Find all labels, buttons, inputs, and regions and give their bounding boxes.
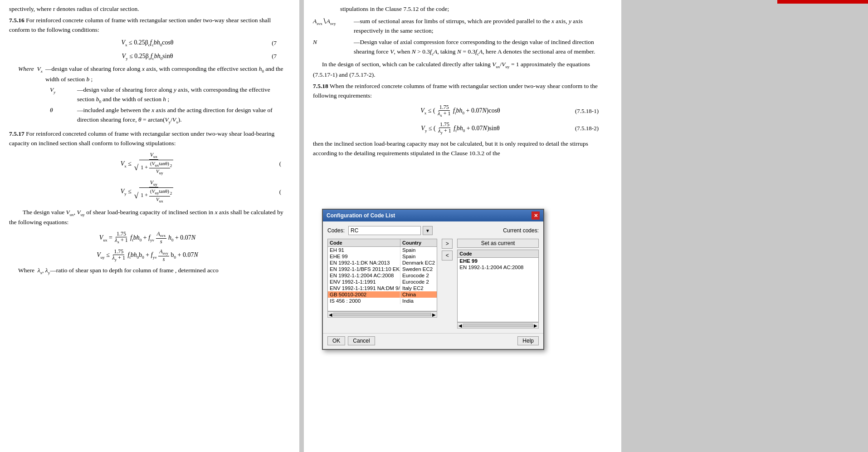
dialog-close-button[interactable]: ✕ [532, 211, 540, 220]
set-as-current-button[interactable]: Set as current [457, 239, 539, 248]
codes-input[interactable] [348, 226, 421, 235]
eq-7516-2: Vy ≤ 0.25βcfcbh0sinθ (7 [9, 51, 286, 62]
document-area: spectively, where r denotes radius of ci… [0, 0, 868, 452]
dialog-footer: OK Cancel Help [323, 333, 543, 349]
def-block-7517: Where λx, λy —ratio of shear span to dep… [18, 266, 286, 276]
section-7517-label: 7.5.17 [9, 130, 24, 137]
left-scroll-left-btn[interactable]: ◀ [329, 312, 332, 317]
right-list-container: Set as current Code EHE 99 EN 1992-1-1:2… [457, 239, 539, 329]
right-list-hscroll[interactable]: ◀ ▶ [457, 322, 539, 329]
set-current-row: Set as current [457, 239, 539, 248]
stipulations-text: stipulations in the Clause 7.5.12 of the… [313, 5, 608, 14]
design-value-text: The design value Vux, Vuy of shear load-… [9, 208, 286, 228]
left-page-content: spectively, where r denotes radius of ci… [9, 5, 286, 276]
left-list-row-en2008[interactable]: EN 1992-1-1:2004 AC:2008 Eurocode 2 [328, 272, 437, 279]
eq-7516-2-number: (7 [272, 52, 277, 61]
left-list-row-gb50010[interactable]: GB 50010-2002 China [328, 291, 437, 298]
add-code-button[interactable]: > [442, 239, 453, 249]
eq-7518-1: Vx ≤ ( 1.75 λx + 1 ftbh0 + 0.07N)cosθ (7… [313, 104, 608, 118]
lists-area: Code Country EH 91 Spain EHE 99 Spain [327, 239, 539, 329]
eq-7517-vy-number: ( [279, 187, 281, 197]
dialog-title: Configuration of Code List [327, 212, 395, 219]
footer-left-buttons: OK Cancel [327, 336, 375, 345]
eq-7518-2-label: (7.5.18-2) [575, 124, 599, 133]
section-7517-heading: 7.5.17 For reinforced concreted column o… [9, 129, 286, 148]
left-list-hscroll[interactable]: ◀ ▶ [327, 311, 437, 318]
left-list-row-eh91[interactable]: EH 91 Spain [328, 247, 437, 253]
right-page-content: stipulations in the Clause 7.5.12 of the… [313, 5, 608, 158]
eq-7517-vx-number: ( [279, 159, 281, 168]
help-button[interactable]: Help [517, 336, 539, 345]
eq-7516-1: Vx ≤ 0.25βcfcbh0cosθ (7 [9, 38, 286, 49]
col-code-header: Code [328, 239, 400, 246]
red-bar [777, 0, 868, 4]
eq-vuy: Vuy ≤ 1.75 λy + 1 ftbh0b0 + fyv Asvy s b… [9, 249, 286, 262]
eq-7516-1-number: (7 [272, 39, 277, 48]
right-code-ehe99[interactable]: EHE 99 [458, 258, 538, 264]
eq-7517-vy: Vy ≤ Vuy √ 1 + (Vuytanθ) Vux 2 [9, 180, 286, 204]
def-asyx: Asvx∖Asvy —sum of sectional areas for li… [313, 17, 608, 36]
ok-button[interactable]: OK [327, 336, 345, 345]
section-7517-text: For reinforced concreted column of frame… [9, 130, 274, 147]
intro-text: spectively, where r denotes radius of ci… [9, 5, 286, 14]
def-vy-row: Vy —design value of shearing force along… [50, 85, 286, 105]
codes-label: Codes: [327, 227, 345, 234]
frac-vuy-top: Vuy √ 1 + (Vuytanθ) Vux 2 [133, 180, 174, 204]
section-7516-heading: 7.5.16 For reinforced concrete column of… [9, 16, 286, 35]
section-7518-text: 7.5.18 When the reinforced concrete colu… [313, 82, 608, 101]
left-scroll-right-btn[interactable]: ▶ [432, 312, 436, 317]
section-7516-label: 7.5.16 [9, 17, 24, 24]
right-scroll-right-btn[interactable]: ▶ [534, 323, 537, 328]
section-7518-label: 7.5.18 [313, 83, 328, 89]
codes-row: Codes: ▼ Current codes: [327, 226, 539, 235]
section-7516-text: For reinforced concrete column of frame … [9, 17, 271, 33]
cancel-button[interactable]: Cancel [348, 336, 375, 345]
left-page: spectively, where r denotes radius of ci… [0, 0, 299, 452]
left-list-row-ehe99[interactable]: EHE 99 Spain [328, 253, 437, 260]
eq-vux: Vux = 1.75 λx + 1 ftbh0 + fyv Asvx s h0 … [9, 231, 286, 245]
def-vx-row: Where Vx —design value of shearing force… [18, 64, 286, 84]
def-lambda-row: Where λx, λy —ratio of shear span to dep… [18, 266, 286, 276]
left-list-row-bfs2011[interactable]: EN 1992-1-1/BFS 2011:10 EKS8 Sweden EC2 [328, 266, 437, 272]
col-country-header: Country [400, 239, 437, 246]
dialog-configuration: Configuration of Code List ✕ Codes: ▼ Cu… [322, 209, 544, 350]
right-code-list[interactable]: Code EHE 99 EN 1992-1-1:2004 AC:2008 [457, 250, 539, 322]
right-code-en2008[interactable]: EN 1992-1-1:2004 AC:2008 [458, 264, 538, 270]
right-scroll-left-btn[interactable]: ◀ [458, 323, 462, 328]
left-code-list[interactable]: Code Country EH 91 Spain EHE 99 Spain [327, 239, 437, 311]
dialog-body: Codes: ▼ Current codes: Code Country [323, 221, 543, 333]
eq-7518-1-label: (7.5.18-1) [575, 107, 599, 116]
remove-code-button[interactable]: < [442, 251, 453, 260]
left-list-row-en2013[interactable]: EN 1992-1-1:DK NA:2013 Denmark EC2 [328, 260, 437, 266]
eq-7517-vx: Vx ≤ Vux √ 1 + (Vuxtanθ) Vuy [9, 152, 286, 176]
def-block-7516: Where Vx —design value of shearing force… [18, 64, 286, 126]
current-codes-label: Current codes: [503, 227, 539, 234]
left-list-row-env1991[interactable]: ENV 1992-1-1:1991 Eurocode 2 [328, 279, 437, 285]
left-list-header: Code Country [328, 239, 437, 247]
then-text: then the inclined section load-bearing c… [313, 139, 608, 158]
left-list-container: Code Country EH 91 Spain EHE 99 Spain [327, 239, 437, 318]
def-theta-row: θ —included angle between the x axis and… [50, 106, 286, 126]
frac-vux-top: Vux √ 1 + (Vuxtanθ) Vuy 2 [133, 152, 174, 176]
def-N: N —Design value of axial compression for… [313, 38, 608, 58]
in-design-text: In the design of section, which can be c… [313, 60, 608, 80]
left-list-row-env-na[interactable]: ENV 1992-1-1:1991 NA:DM 9/1/96 Italy EC2 [328, 285, 437, 291]
eq-7518-2: Vy ≤ ( 1.75 λy + 1 ftbh0 + 0.07N)sinθ (7… [313, 122, 608, 135]
center-arrow-buttons: > < [439, 239, 455, 260]
left-list-row-is456[interactable]: IS 456 : 2000 India [328, 298, 437, 304]
codes-dropdown-btn[interactable]: ▼ [423, 226, 433, 235]
codes-input-row: ▼ [348, 226, 433, 235]
dialog-titlebar: Configuration of Code List ✕ [323, 210, 543, 221]
right-list-header: Code [458, 250, 538, 258]
